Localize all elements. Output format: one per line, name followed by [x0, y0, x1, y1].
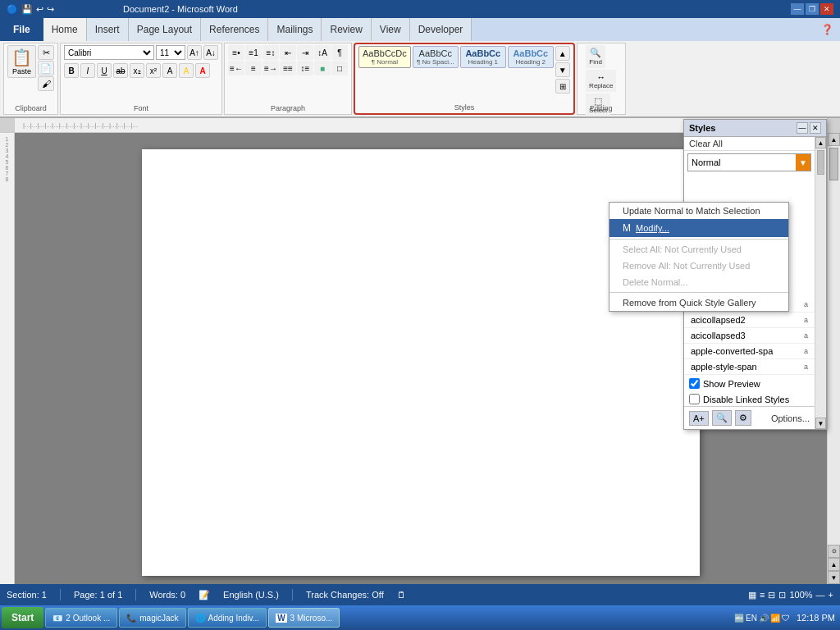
panel-scrollbar[interactable]: ▲ ▼	[815, 137, 826, 429]
tab-page-layout[interactable]: Page Layout	[129, 18, 201, 41]
file-tab[interactable]: File	[0, 18, 43, 41]
tab-insert[interactable]: Insert	[87, 18, 129, 41]
show-preview-checkbox[interactable]	[689, 378, 700, 389]
text-highlight-button[interactable]: A	[179, 63, 194, 78]
spelling-icon[interactable]: 📝	[199, 590, 210, 600]
find-button[interactable]: 🔍 Find	[586, 45, 605, 68]
ctx-modify[interactable]: M Modify...	[609, 219, 788, 237]
show-hide-button[interactable]: ¶	[331, 45, 348, 60]
decrease-indent-button[interactable]: ⇤	[280, 45, 296, 60]
cut-button[interactable]: ✂	[38, 45, 54, 60]
tab-view[interactable]: View	[372, 18, 410, 41]
strikethrough-button[interactable]: ab	[113, 63, 128, 78]
tab-developer[interactable]: Developer	[410, 18, 472, 41]
style-heading1-button[interactable]: AaBbCc Heading 1	[460, 46, 506, 68]
style-no-spacing-button[interactable]: AaBbCc ¶ No Spaci...	[413, 46, 459, 68]
taskbar-item-magicjack[interactable]: 📞 magicJack	[119, 608, 185, 628]
prev-page-button[interactable]: ▲	[828, 558, 840, 571]
disable-linked-checkbox[interactable]	[689, 394, 700, 404]
font-size-select[interactable]: 11	[156, 45, 185, 60]
styles-panel-close-button[interactable]: ✕	[810, 122, 821, 134]
taskbar-item-word[interactable]: W 3 Microso...	[268, 608, 340, 628]
change-styles-button[interactable]: ⊞	[555, 79, 570, 94]
scroll-thumb[interactable]	[829, 148, 838, 180]
copy-button[interactable]: 📄	[38, 61, 54, 75]
font-name-select[interactable]: Calibri	[64, 45, 154, 60]
quick-access-undo[interactable]: ↩	[36, 4, 43, 15]
font-grow-button[interactable]: A↑	[187, 45, 202, 60]
bold-button[interactable]: B	[64, 63, 79, 78]
options-link[interactable]: Options...	[771, 413, 810, 423]
view-btn4[interactable]: ⊡	[778, 590, 786, 600]
quick-access-save[interactable]: 💾	[21, 4, 33, 15]
scroll-track[interactable]	[828, 146, 840, 545]
shading-button[interactable]: ■	[314, 61, 331, 75]
normal-dropdown[interactable]: Normal ▼	[687, 153, 811, 171]
superscript-button[interactable]: x²	[146, 63, 161, 78]
tab-home[interactable]: Home	[43, 18, 87, 41]
style-item-acicollapsed3[interactable]: acicollapsed3 a	[684, 328, 815, 344]
align-right-button[interactable]: ≡→	[262, 61, 279, 75]
normal-dropdown-arrow[interactable]: ▼	[796, 154, 810, 171]
minimize-button[interactable]: —	[791, 3, 804, 15]
taskbar-item-outlook[interactable]: 📧 2 Outlook ...	[45, 608, 117, 628]
style-scroll-down-button[interactable]: ▼	[555, 62, 570, 77]
next-page-button[interactable]: ▼	[828, 571, 840, 584]
zoom-in-button[interactable]: +	[829, 590, 833, 600]
taskbar-item-browser[interactable]: 🌐 Adding Indiv...	[188, 608, 267, 628]
panel-scroll-track[interactable]	[815, 148, 826, 418]
panel-scroll-up-button[interactable]: ▲	[815, 137, 826, 148]
align-center-button[interactable]: ≡	[245, 61, 262, 75]
tab-review[interactable]: Review	[322, 18, 371, 41]
line-spacing-button[interactable]: ↕≡	[297, 61, 313, 75]
clear-all-button[interactable]: Clear All	[684, 137, 815, 151]
ctx-remove-quick-style[interactable]: Remove from Quick Style Gallery	[609, 294, 788, 311]
panel-scroll-thumb[interactable]	[817, 150, 824, 175]
multilevel-button[interactable]: ≡↕	[262, 45, 279, 60]
help-icon[interactable]: ❓	[821, 24, 833, 35]
increase-indent-button[interactable]: ⇥	[297, 45, 313, 60]
new-style-button[interactable]: A+	[689, 411, 709, 426]
borders-button[interactable]: □	[331, 61, 348, 75]
italic-button[interactable]: I	[80, 63, 95, 78]
bullets-button[interactable]: ≡•	[228, 45, 244, 60]
view-btn2[interactable]: ≡	[760, 590, 765, 600]
font-shrink-button[interactable]: A↓	[203, 45, 218, 60]
subscript-button[interactable]: x₂	[130, 63, 144, 78]
zoom-slider[interactable]: —	[816, 590, 825, 600]
select-browse-object-button[interactable]: ⊙	[828, 545, 840, 558]
replace-button[interactable]: ↔ Replace	[586, 70, 616, 92]
style-item-acicollapsed2[interactable]: acicollapsed2 a	[684, 313, 815, 328]
style-normal-button[interactable]: AaBbCcDc ¶ Normal	[358, 46, 411, 68]
scroll-up-button[interactable]: ▲	[828, 133, 840, 146]
close-button[interactable]: ✕	[820, 3, 833, 15]
tab-mailings[interactable]: Mailings	[268, 18, 322, 41]
format-painter-button[interactable]: 🖌	[38, 76, 54, 91]
start-button[interactable]: Start	[2, 607, 43, 628]
vertical-scrollbar[interactable]: ▲ ⊙ ▲ ▼	[827, 133, 840, 584]
text-effects-button[interactable]: A	[162, 63, 177, 78]
styles-panel-minimize-button[interactable]: —	[797, 122, 808, 134]
style-heading2-button[interactable]: AaBbCc Heading 2	[508, 46, 554, 68]
numbering-button[interactable]: ≡1	[245, 45, 262, 60]
align-left-button[interactable]: ≡←	[228, 61, 244, 75]
style-scroll-up-button[interactable]: ▲	[555, 46, 570, 61]
style-item-apple-style[interactable]: apple-style-span a	[684, 359, 815, 375]
paste-button[interactable]: 📋 Paste	[7, 45, 36, 78]
view-btn1[interactable]: ▦	[748, 590, 756, 600]
justify-button[interactable]: ≡≡	[280, 61, 296, 75]
view-btn3[interactable]: ⊟	[768, 590, 775, 600]
manage-styles-button[interactable]: ⚙	[735, 410, 751, 426]
ctx-update-normal[interactable]: Update Normal to Match Selection	[609, 203, 788, 219]
style-item-apple-converted[interactable]: apple-converted-spa a	[684, 344, 815, 359]
style-inspector-button[interactable]: 🔍	[712, 410, 732, 426]
font-color-button[interactable]: A	[195, 63, 210, 78]
sort-button[interactable]: ↕A	[314, 45, 331, 60]
tab-references[interactable]: References	[201, 18, 268, 41]
underline-button[interactable]: U	[97, 63, 112, 78]
quick-access-redo[interactable]: ↪	[47, 4, 54, 15]
panel-scroll-down-button[interactable]: ▼	[815, 418, 826, 429]
paste-label: Paste	[12, 67, 31, 75]
restore-button[interactable]: ❐	[806, 3, 819, 15]
document-map-icon[interactable]: 🗒	[397, 590, 406, 600]
